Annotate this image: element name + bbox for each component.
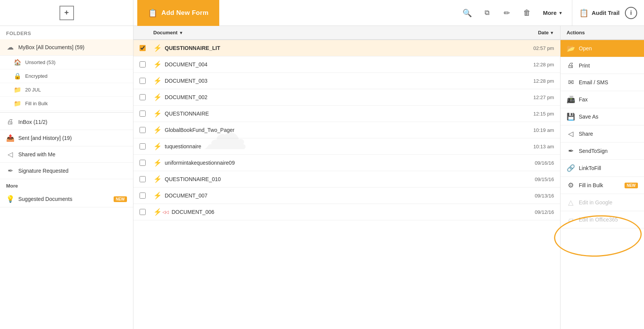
date-sort-icon: ▼ xyxy=(550,30,554,35)
row-checkbox[interactable] xyxy=(140,127,146,133)
edit-button[interactable]: ✏ xyxy=(498,4,516,22)
table-row[interactable]: ⚡ QUESTIONNAIRE_LIT 02:57 pm xyxy=(133,40,560,56)
action-label-print: Print xyxy=(579,63,638,69)
doc-name: DOCUMENT_007 xyxy=(165,193,207,199)
sidebar-item-signature[interactable]: ✒ Signature Requested xyxy=(0,163,133,179)
row-checkbox-col[interactable] xyxy=(140,78,153,84)
pdf-icon: ⚡ xyxy=(153,175,162,183)
row-checkbox[interactable] xyxy=(140,176,146,182)
row-checkbox[interactable] xyxy=(140,45,146,51)
row-doc-col: ⚡ DOCUMENT_002 xyxy=(153,93,504,101)
row-date: 09/12/16 xyxy=(504,209,554,215)
copy-button[interactable]: ⧉ xyxy=(478,4,496,22)
content-area: Document ▼ Date ▼ ☁ ⚡ QUESTIONNAIRE_LIT … xyxy=(133,26,560,329)
action-item-open[interactable]: 📂 Open xyxy=(560,40,644,57)
doc-name: DOCUMENT_006 xyxy=(172,209,214,215)
pdf-icon: ⚡ xyxy=(153,126,162,134)
row-doc-col: ⚡ uniformintakequestionnaire09 xyxy=(153,159,504,167)
table-row[interactable]: ⚡ DOCUMENT_007 09/13/16 xyxy=(133,188,560,204)
add-new-form-button[interactable]: 📋 Add New Form xyxy=(137,0,219,26)
row-checkbox-col[interactable] xyxy=(140,61,153,67)
row-checkbox[interactable] xyxy=(140,111,146,117)
action-item-editoffice: ▱ Edit in Office365 xyxy=(560,211,644,228)
action-item-email[interactable]: ✉ Email / SMS xyxy=(560,74,644,91)
date-col-label: Date xyxy=(538,30,549,35)
document-list: ⚡ QUESTIONNAIRE_LIT 02:57 pm ⚡ DOCUMENT_… xyxy=(133,40,560,220)
row-checkbox-col[interactable] xyxy=(140,209,153,215)
table-row[interactable]: ⚡ DOCUMENT_002 12:27 pm xyxy=(133,89,560,106)
row-checkbox-col[interactable] xyxy=(140,45,153,51)
info-icon: i xyxy=(630,10,632,16)
edit-icon: ✏ xyxy=(504,8,510,18)
add-folder-button[interactable]: + xyxy=(59,6,74,20)
row-checkbox[interactable] xyxy=(140,78,146,84)
form-icon: 📋 xyxy=(148,8,157,18)
audit-trail-label: Audit Trail xyxy=(592,10,620,16)
action-label-open: Open xyxy=(579,45,638,51)
sidebar: Folders ☁ MyBox [All Documents] (59) 🏠 U… xyxy=(0,26,133,329)
delete-button[interactable]: 🗑 xyxy=(518,4,536,22)
table-row[interactable]: ⚡◁◁ DOCUMENT_006 09/12/16 xyxy=(133,204,560,220)
table-row[interactable]: ⚡ QUESTIONNAIRE_010 09/15/16 xyxy=(133,171,560,188)
table-row[interactable]: ⚡ DOCUMENT_004 12:28 pm xyxy=(133,56,560,73)
sidebar-item-encrypted[interactable]: 🔒 Encrypted xyxy=(0,69,133,83)
row-checkbox-col[interactable] xyxy=(140,111,153,117)
table-row[interactable]: ⚡ GlobalBookFund_Two_Pager 10:19 am xyxy=(133,122,560,138)
encrypted-label: Encrypted xyxy=(25,73,48,79)
row-checkbox-col[interactable] xyxy=(140,176,153,182)
doc-name: tuquestionnaire xyxy=(165,143,201,149)
row-checkbox-col[interactable] xyxy=(140,160,153,166)
signature-label: Signature Requested xyxy=(18,168,127,174)
row-checkbox[interactable] xyxy=(140,61,146,67)
row-doc-col: ⚡ DOCUMENT_003 xyxy=(153,77,504,85)
audit-trail-button[interactable]: 📋 Audit Trail xyxy=(579,8,620,18)
row-checkbox[interactable] xyxy=(140,160,146,166)
row-date: 02:57 pm xyxy=(504,45,554,51)
pdf-icon: ⚡ xyxy=(153,44,162,52)
row-checkbox-col[interactable] xyxy=(140,127,153,133)
action-item-print[interactable]: 🖨 Print xyxy=(560,57,644,74)
action-item-sendtosign[interactable]: ✒ SendToSign xyxy=(560,143,644,160)
action-item-fax[interactable]: 📠 Fax xyxy=(560,91,644,108)
table-row[interactable]: ⚡ tuquestionnaire 10:13 am xyxy=(133,138,560,155)
action-item-saveas[interactable]: 💾 Save As xyxy=(560,108,644,125)
row-checkbox-col[interactable] xyxy=(140,193,153,199)
row-checkbox[interactable] xyxy=(140,143,146,149)
search-button[interactable]: 🔍 xyxy=(458,4,477,22)
pdf-icon: ⚡ xyxy=(153,60,162,69)
info-button[interactable]: i xyxy=(625,7,637,19)
doc-name: QUESTIONNAIRE xyxy=(165,111,209,117)
sidebar-item-jul[interactable]: 📁 20 JUL xyxy=(0,83,133,97)
header-date-col[interactable]: Date ▼ xyxy=(504,30,554,35)
sidebar-item-unsorted[interactable]: 🏠 Unsorted (53) xyxy=(0,56,133,69)
more-button[interactable]: More ▼ xyxy=(538,4,568,22)
action-item-linktoform[interactable]: 🔗 LinkToFill xyxy=(560,160,644,177)
row-checkbox[interactable] xyxy=(140,193,146,199)
table-row[interactable]: ⚡ uniformintakequestionnaire09 09/16/16 xyxy=(133,155,560,171)
row-doc-col: ⚡ QUESTIONNAIRE xyxy=(153,109,504,118)
row-doc-col: ⚡ DOCUMENT_007 xyxy=(153,191,504,200)
row-checkbox[interactable] xyxy=(140,94,146,100)
sidebar-item-shared[interactable]: ◁ Shared with Me xyxy=(0,146,133,163)
header-document-col[interactable]: Document ▼ xyxy=(153,30,504,35)
suggested-new-badge: NEW xyxy=(114,196,127,202)
action-icon-print: 🖨 xyxy=(567,61,575,69)
table-row[interactable]: ⚡ DOCUMENT_003 12:28 pm xyxy=(133,73,560,89)
row-checkbox[interactable] xyxy=(140,209,146,215)
unsorted-label: Unsorted (53) xyxy=(25,59,55,65)
action-item-share[interactable]: ◁ Share xyxy=(560,125,644,143)
action-icon-sendtosign: ✒ xyxy=(567,147,575,155)
sidebar-item-inbox[interactable]: 🖨 InBox (11/2) xyxy=(0,114,133,130)
sidebar-divider-1 xyxy=(0,112,133,112)
action-label-editgoogle: Edit in Google xyxy=(579,199,638,205)
sidebar-item-suggested[interactable]: 💡 Suggested Documents NEW xyxy=(0,191,133,207)
row-checkbox-col[interactable] xyxy=(140,94,153,100)
sidebar-item-fill-bulk[interactable]: 📁 Fill in Bulk xyxy=(0,97,133,111)
action-icon-share: ◁ xyxy=(567,130,575,138)
sidebar-item-sent[interactable]: 📤 Sent [and History] (19) xyxy=(0,130,133,146)
row-checkbox-col[interactable] xyxy=(140,143,153,149)
action-item-fillinbulk[interactable]: ⚙ Fill in Bulk NEW xyxy=(560,177,644,194)
sent-icon: 📤 xyxy=(6,134,14,142)
sidebar-item-mybox[interactable]: ☁ MyBox [All Documents] (59) xyxy=(0,39,133,56)
table-row[interactable]: ⚡ QUESTIONNAIRE 12:15 pm xyxy=(133,106,560,122)
